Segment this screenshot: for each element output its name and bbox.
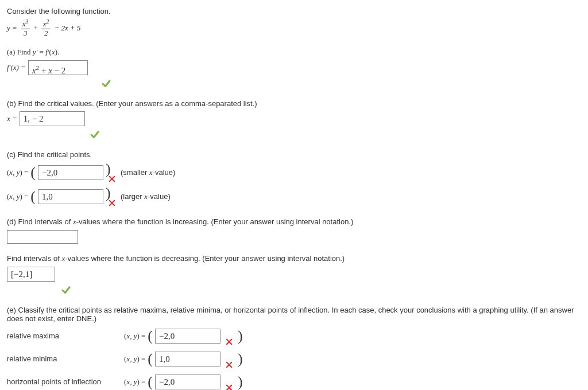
- larger-x-hint: (larger x-value): [121, 192, 171, 201]
- fraction-2: x2 2: [41, 19, 51, 37]
- function-tail: − 2x + 5: [54, 24, 80, 33]
- cross-icon: [225, 338, 233, 346]
- part-d2: Find intervals of x-values where the fun…: [7, 254, 581, 295]
- xy-label-1: (x, y) =: [7, 168, 28, 177]
- smaller-x-hint: (smaller x-value): [121, 168, 175, 177]
- check-icon: [61, 285, 71, 295]
- fprime-lhs: f'(x) =: [7, 63, 26, 72]
- cross-icon: [225, 384, 233, 390]
- relative-minima-label: relative minima: [7, 354, 122, 363]
- part-c-answer-1-input[interactable]: −2,0: [38, 165, 103, 180]
- part-a: (a) Find y' = f'(x). f'(x) = x2 + x − 2: [7, 48, 581, 89]
- part-c-answer-2-input[interactable]: 1,0: [38, 189, 103, 204]
- intro-line: Consider the following function.: [7, 7, 581, 15]
- cross-icon: [108, 175, 116, 183]
- part-b-feedback: [87, 130, 581, 140]
- part-d2-feedback: [59, 285, 581, 295]
- part-a-feedback: [99, 79, 581, 89]
- part-a-prompt: (a) Find y' = f'(x).: [7, 48, 581, 57]
- close-paren-icon: ): [238, 329, 243, 343]
- y-equals: y =: [7, 24, 17, 33]
- part-b: (b) Find the critical values. (Enter you…: [7, 99, 581, 140]
- part-b-answer-input[interactable]: 1, − 2: [20, 111, 85, 126]
- xy-label-e2: (x, y) =: [124, 354, 145, 364]
- part-e-prompt: (e) Classify the critical points as rela…: [7, 306, 581, 323]
- open-paren-icon: (: [30, 166, 36, 180]
- part-e-minima-input[interactable]: 1,0: [155, 352, 220, 366]
- x-equals: x =: [7, 114, 17, 123]
- open-paren-icon: (: [148, 329, 153, 343]
- function-definition: y = x3 3 + x2 2 − 2x + 5: [7, 19, 581, 37]
- cross-icon: [225, 361, 233, 369]
- part-d: (d) Find intervals of x-values where the…: [7, 217, 581, 244]
- cross-icon: [108, 199, 116, 207]
- close-paren-icon: ): [106, 162, 111, 176]
- check-icon: [101, 79, 111, 89]
- part-d-prompt: (d) Find intervals of x-values where the…: [7, 217, 581, 227]
- close-paren-icon: ): [238, 375, 243, 389]
- part-e-inflection-input[interactable]: −2,0: [155, 375, 220, 389]
- relative-maxima-label: relative maxima: [7, 332, 122, 340]
- plus-1: +: [33, 24, 37, 33]
- fraction-1: x3 3: [21, 19, 30, 37]
- part-c-prompt: (c) Find the critical points.: [7, 150, 581, 159]
- xy-label-e3: (x, y) =: [124, 377, 145, 387]
- xy-label-2: (x, y) =: [7, 192, 28, 201]
- part-e: (e) Classify the critical points as rela…: [7, 306, 581, 390]
- part-c: (c) Find the critical points. (x, y) = (…: [7, 150, 581, 207]
- intro-text: Consider the following function. y = x3 …: [7, 7, 581, 37]
- part-d-answer-input[interactable]: [7, 230, 78, 244]
- part-b-prompt: (b) Find the critical values. (Enter you…: [7, 99, 581, 108]
- close-paren-icon: ): [238, 352, 243, 366]
- check-icon: [90, 130, 100, 140]
- part-e-maxima-input[interactable]: −2,0: [155, 329, 220, 344]
- open-paren-icon: (: [148, 375, 153, 389]
- part-d2-answer-input[interactable]: [−2,1]: [7, 267, 55, 282]
- inflection-label: horizontal points of inflection: [7, 377, 122, 386]
- xy-label-e1: (x, y) =: [124, 332, 145, 341]
- part-a-answer-input[interactable]: x2 + x − 2: [28, 60, 88, 75]
- open-paren-icon: (: [30, 190, 36, 204]
- part-d2-prompt: Find intervals of x-values where the fun…: [7, 254, 581, 263]
- open-paren-icon: (: [148, 352, 153, 366]
- close-paren-icon: ): [106, 186, 111, 200]
